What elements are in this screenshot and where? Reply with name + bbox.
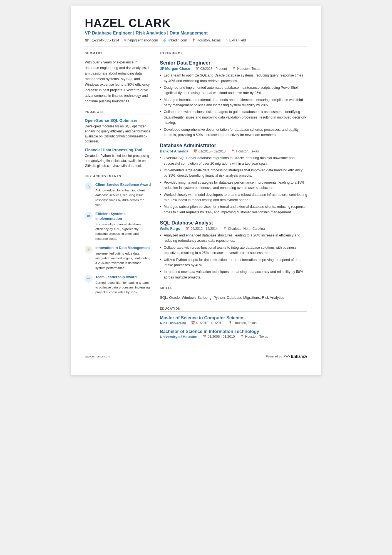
- exp-3-bullet-3: Utilized Python scripts for data extract…: [160, 257, 307, 268]
- exp-2-bullet-3: Provided insights and strategies for dat…: [160, 180, 307, 191]
- exp-2-title: Database Administrator: [160, 143, 307, 149]
- project-2-title: Financial Data Processing Tool: [85, 148, 152, 152]
- exp-2-bullets: Oversaw SQL Server database migrations t…: [160, 156, 307, 215]
- contact-location: 📍 Houston, Texas: [192, 38, 221, 42]
- edu-1-date: 📅 01/2010 - 01/2012: [191, 321, 223, 325]
- achievements-label: KEY ACHIEVEMENTS: [85, 174, 152, 179]
- exp-1-bullets: Led a team to optimize SQL and Oracle da…: [160, 73, 307, 138]
- projects-label: PROJECTS: [85, 110, 152, 115]
- achievement-3: ⚡ Innovation in Data Management Implemen…: [85, 246, 152, 270]
- calendar-icon-1: 📅: [195, 67, 199, 71]
- contact-linkedin: 🔗 linkedin.com: [162, 38, 187, 42]
- resume-page: HAZEL CLARK VP Database Engineer | Risk …: [71, 6, 321, 375]
- calendar-icon-edu-1: 📅: [191, 321, 195, 325]
- location-icon-2: 📍: [231, 149, 235, 153]
- edu-2-date: 📅 01/2006 - 01/2010: [202, 335, 235, 339]
- education-label: EDUCATION: [160, 307, 307, 312]
- exp-1-meta: JP Morgan Chase 📅 03/2018 - Present 📍 Ho…: [160, 66, 307, 71]
- header: HAZEL CLARK VP Database Engineer | Risk …: [85, 17, 307, 46]
- achievement-3-title: Innovation in Data Management: [95, 246, 152, 250]
- summary-label: SUMMARY: [85, 51, 152, 56]
- summary-text: With over 9 years of experience in datab…: [85, 60, 152, 104]
- exp-1-date: 📅 03/2018 - Present: [195, 67, 227, 71]
- exp-2-company: Bank of America: [160, 149, 188, 153]
- exp-2-bullet-1: Oversaw SQL Server database migrations t…: [160, 156, 307, 166]
- exp-3-bullets: Analyzed and enhanced database structure…: [160, 233, 307, 280]
- candidate-title: VP Database Engineer | Risk Analytics | …: [85, 31, 307, 36]
- achievement-1-title: Client Service Excellence Award: [95, 182, 152, 187]
- exp-2-date: 📅 01/2015 - 02/2018: [193, 149, 225, 153]
- email-icon: ✉: [124, 38, 126, 42]
- footer-url: www.enhancv.com: [85, 355, 110, 358]
- exp-2-bullet-2: Implemented large-scale data processing …: [160, 168, 307, 179]
- calendar-icon-edu-2: 📅: [202, 335, 207, 339]
- exp-1-bullet-3: Managed internal and external data feeds…: [160, 97, 307, 108]
- exp-3-meta: Wells Fargo 📅 06/2012 - 12/2014 📍 Charlo…: [160, 226, 307, 231]
- project-1-desc: Developed modules for an SQL optimizer e…: [85, 124, 152, 144]
- achievement-1-desc: Acknowledged for enhancing client databa…: [95, 188, 152, 207]
- achievement-2-title: Efficient Systems Implementation: [95, 212, 152, 221]
- exp-1-bullet-4: Collaborated with business risk managers…: [160, 109, 307, 125]
- candidate-name: HAZEL CLARK: [85, 17, 307, 29]
- skills-label: SKILLS: [160, 286, 307, 291]
- experience-3: SQL Database Analyst Wells Fargo 📅 06/20…: [160, 220, 307, 280]
- exp-2-location: 📍 Houston, Texas: [231, 149, 259, 153]
- location-icon-3: 📍: [223, 227, 227, 231]
- achievement-1-icon: ☆: [85, 182, 93, 190]
- exp-1-bullet-5: Developed comprehensive documentation fo…: [160, 127, 307, 138]
- edu-1-school: Rice University: [160, 321, 186, 325]
- achievement-2: ▭ Efficient Systems Implementation Succe…: [85, 212, 152, 241]
- email-text: help@enhancv.com: [128, 38, 158, 42]
- calendar-icon-2: 📅: [193, 149, 197, 153]
- exp-3-bullet-4: Introduced new data validation technique…: [160, 269, 307, 280]
- achievement-1: ☆ Client Service Excellence Award Acknow…: [85, 182, 152, 207]
- edu-2-location: 📍 Houston, Texas: [240, 335, 268, 339]
- exp-1-bullet-1: Led a team to optimize SQL and Oracle da…: [160, 73, 307, 84]
- phone-text: +1-(234)-555-1234: [90, 38, 119, 42]
- project-2-desc: Created a Python-based tool for processi…: [85, 153, 152, 168]
- contact-extra: ☆ Extra Field: [225, 38, 246, 42]
- left-column: SUMMARY With over 9 years of experience …: [85, 51, 152, 343]
- extra-text: Extra Field: [229, 38, 246, 42]
- edu-1-meta: Rice University 📅 01/2010 - 01/2012 📍 Ho…: [160, 321, 307, 325]
- contact-email: ✉ help@enhancv.com: [124, 38, 158, 42]
- calendar-icon-3: 📅: [185, 227, 189, 231]
- project-1-title: Open-Source SQL Optimizer: [85, 118, 152, 123]
- right-column: EXPERIENCE Senior Data Engineer JP Morga…: [160, 51, 307, 343]
- exp-3-location: 📍 Charlotte, North Carolina: [223, 227, 265, 231]
- exp-1-company: JP Morgan Chase: [160, 66, 190, 71]
- enhancv-logo-icon: [284, 354, 290, 358]
- achievement-4-desc: Earned recognition for leading a team to…: [95, 280, 152, 295]
- exp-2-meta: Bank of America 📅 01/2015 - 02/2018 📍 Ho…: [160, 149, 307, 153]
- experience-1: Senior Data Engineer JP Morgan Chase 📅 0…: [160, 60, 307, 138]
- extra-icon: ☆: [225, 38, 228, 42]
- project-1: Open-Source SQL Optimizer Developed modu…: [85, 118, 152, 144]
- exp-3-company: Wells Fargo: [160, 226, 180, 231]
- footer-powered-section: Powered by Enhancv: [266, 354, 307, 359]
- achievement-4: ✏ Team Leadership Award Earned recogniti…: [85, 275, 152, 295]
- achievement-4-icon: ✏: [85, 275, 93, 283]
- exp-3-title: SQL Database Analyst: [160, 220, 307, 226]
- exp-3-bullet-1: Analyzed and enhanced database structure…: [160, 233, 307, 244]
- powered-by-text: Powered by: [266, 355, 282, 358]
- education-2: Bachelor of Science in Information Techn…: [160, 329, 307, 339]
- exp-1-bullet-2: Designed and implemented automated datab…: [160, 85, 307, 96]
- edu-2-school: University of Houston: [160, 335, 197, 339]
- skills-text: SQL, Oracle, Windows Scripting, Python, …: [160, 295, 307, 301]
- enhancv-brand-text: Enhancv: [291, 354, 307, 359]
- education-1: Master of Science in Computer Science Ri…: [160, 315, 307, 325]
- exp-3-date: 📅 06/2012 - 12/2014: [185, 227, 217, 231]
- contact-phone: ☎ +1-(234)-555-1234: [85, 38, 119, 42]
- edu-2-meta: University of Houston 📅 01/2006 - 01/201…: [160, 335, 307, 339]
- main-layout: SUMMARY With over 9 years of experience …: [85, 51, 307, 343]
- edu-1-title: Master of Science in Computer Science: [160, 315, 307, 320]
- achievement-2-desc: Successfully improved database efficienc…: [95, 222, 152, 241]
- location-icon: 📍: [192, 38, 196, 42]
- achievement-3-desc: Implemented cutting-edge data integratio…: [95, 251, 152, 270]
- phone-icon: ☎: [85, 38, 89, 42]
- exp-1-location: 📍 Houston, Texas: [232, 67, 260, 71]
- exp-3-bullet-2: Collaborated with cross-functional teams…: [160, 245, 307, 256]
- linkedin-text: linkedin.com: [168, 38, 187, 42]
- achievement-4-title: Team Leadership Award: [95, 275, 152, 280]
- location-text: Houston, Texas: [197, 38, 221, 42]
